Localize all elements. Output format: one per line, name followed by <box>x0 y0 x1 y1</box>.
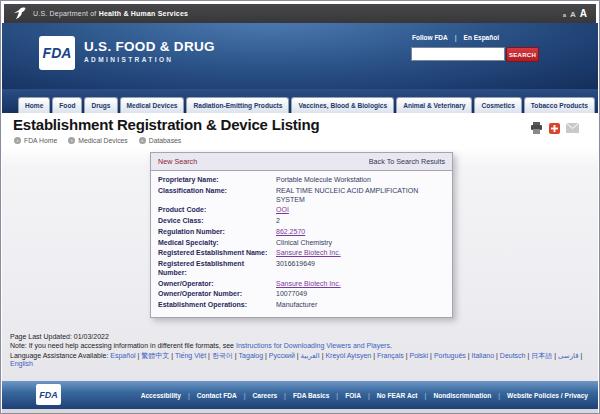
language-item: Kreyòl Ayisyen <box>325 352 377 359</box>
footer-link[interactable]: Careers <box>253 392 278 399</box>
detail-label: Device Class: <box>158 217 276 226</box>
font-size-controls: a A A <box>563 8 587 19</box>
language-item: Italiano <box>472 352 500 359</box>
nav-tab[interactable]: Radiation-Emitting Products <box>186 97 289 113</box>
page-action-icons <box>530 122 579 134</box>
primary-nav: HomeFoodDrugsMedical DevicesRadiation-Em… <box>2 89 598 113</box>
hhs-dept-bold: Health & Human Services <box>99 10 188 17</box>
fda-header: FDA U.S. FOOD & DRUG ADMINISTRATION Foll… <box>2 23 598 89</box>
nav-tab[interactable]: Medical Devices <box>120 97 185 113</box>
font-size-medium-button[interactable]: A <box>570 10 576 19</box>
language-link[interactable]: 한국어 <box>212 352 233 359</box>
footer-link[interactable]: Website Policies / Privacy <box>507 392 588 399</box>
nav-tab[interactable]: Cosmetics <box>474 97 521 113</box>
language-link[interactable]: Tiếng Việt <box>175 352 206 359</box>
breadcrumb-item: FDA Home <box>14 137 57 144</box>
detail-row: Proprietary Name: Portable Molecule Work… <box>158 175 445 186</box>
footer-link[interactable]: Accessibility <box>141 392 181 399</box>
detail-value[interactable]: 862.2570 <box>276 228 445 237</box>
detail-value: Manufacturer <box>276 301 445 310</box>
page-title: Establishment Registration & Device List… <box>13 116 319 133</box>
viewers-players-link[interactable]: Instructions for Downloading Viewers and… <box>236 342 390 349</box>
detail-row: Regulation Number: 862.2570 <box>158 227 445 238</box>
page-last-updated: Page Last Updated: 01/03/2022 <box>10 333 590 341</box>
nav-tab[interactable]: Food <box>52 97 82 113</box>
breadcrumb-link[interactable]: Databases <box>149 137 182 144</box>
language-link[interactable]: العربية <box>301 352 320 359</box>
language-link[interactable]: 日本語 <box>531 352 552 359</box>
language-link[interactable]: Tagalog <box>239 352 264 359</box>
font-size-large-button[interactable]: A <box>580 8 587 19</box>
footer-link-item: No FEAR Act <box>377 392 434 399</box>
language-link[interactable]: فارسی <box>558 352 579 359</box>
detail-row: Medical Specialty: Clinical Chemistry <box>158 238 445 249</box>
detail-row: Device Class: 2 <box>158 216 445 227</box>
nav-tab[interactable]: Drugs <box>84 97 117 113</box>
bottom-strip <box>2 409 598 413</box>
main-content: Establishment Registration & Device List… <box>2 113 598 381</box>
language-item: 한국어 <box>212 352 239 359</box>
note-prefix: Note: If you need help accessing informa… <box>10 342 236 349</box>
language-link[interactable]: Polski <box>409 352 428 359</box>
envelope-icon[interactable] <box>566 123 579 133</box>
language-link[interactable]: Español <box>110 352 135 359</box>
detail-value: Portable Molecule Workstation <box>276 176 445 185</box>
language-link[interactable]: Deutsch <box>500 352 526 359</box>
footer-link[interactable]: FDA Basics <box>293 392 329 399</box>
breadcrumb-link[interactable]: Medical Devices <box>78 137 127 144</box>
breadcrumb-link[interactable]: FDA Home <box>24 137 57 144</box>
language-link[interactable]: Kreyòl Ayisyen <box>325 352 371 359</box>
fda-logo[interactable]: FDA <box>39 36 75 70</box>
language-link[interactable]: Português <box>434 352 466 359</box>
language-item: Français <box>377 352 410 359</box>
hhs-eagle-icon <box>13 7 27 20</box>
footer: FDA AccessibilityContact FDACareersFDA B… <box>2 381 598 409</box>
detail-row: Classification Name: REAL TIME NUCLEIC A… <box>158 186 445 206</box>
detail-value[interactable]: Sansure Biotech Inc. <box>276 249 445 258</box>
footer-link[interactable]: FOIA <box>345 392 361 399</box>
search-button[interactable]: SEARCH <box>506 47 539 62</box>
language-link[interactable]: Italiano <box>472 352 495 359</box>
detail-row: Owner/Operator Number: 10077049 <box>158 289 445 300</box>
printer-icon[interactable] <box>530 122 543 134</box>
follow-fda-link[interactable]: Follow FDA <box>412 34 448 41</box>
language-item: 繁體中文 <box>141 352 175 359</box>
footer-link[interactable]: No FEAR Act <box>377 392 418 399</box>
fda-agency-name: U.S. FOOD & DRUG ADMINISTRATION <box>84 39 215 63</box>
detail-value[interactable]: OOI <box>276 206 445 215</box>
search-input[interactable] <box>411 47 505 61</box>
detail-value[interactable]: Sansure Biotech Inc. <box>276 280 445 289</box>
footer-links: AccessibilityContact FDACareersFDA Basic… <box>141 392 588 399</box>
hhs-dept-prefix: U.S. Department of <box>33 10 99 17</box>
detail-row: Establishment Operations: Manufacturer <box>158 300 445 311</box>
share-plus-icon[interactable] <box>549 123 560 134</box>
language-item: العربية <box>301 352 326 359</box>
language-item: Tagalog <box>239 352 269 359</box>
language-item: Русский <box>269 352 301 359</box>
en-espanol-link[interactable]: En Español <box>464 34 499 41</box>
language-link[interactable]: Français <box>377 352 404 359</box>
detail-row: Owner/Operator: Sansure Biotech Inc. <box>158 279 445 290</box>
hhs-department-link[interactable]: U.S. Department of Health & Human Servic… <box>33 10 188 17</box>
nav-tab[interactable]: Vaccines, Blood & Biologics <box>291 97 394 113</box>
footer-link-item: FOIA <box>345 392 377 399</box>
language-item: Tiếng Việt <box>175 352 212 359</box>
fda-footer-logo[interactable]: FDA <box>36 384 61 405</box>
detail-label: Product Code: <box>158 206 276 215</box>
panel-body: Proprietary Name: Portable Molecule Work… <box>151 171 452 317</box>
font-size-small-button[interactable]: a <box>563 12 566 18</box>
language-assistance: Language Assistance Available: Español繁體… <box>10 352 590 369</box>
language-item: Português <box>434 352 472 359</box>
breadcrumb-item: Medical Devices <box>68 137 127 144</box>
language-link[interactable]: 繁體中文 <box>141 352 169 359</box>
language-link[interactable]: English <box>10 360 33 367</box>
back-to-search-results-link[interactable]: Back To Search Results <box>369 157 445 166</box>
footer-link[interactable]: Nondiscrimination <box>433 392 491 399</box>
nav-tab[interactable]: Home <box>18 97 50 113</box>
footer-link[interactable]: Contact FDA <box>197 392 237 399</box>
breadcrumb: FDA Home Medical Devices Databases <box>14 137 181 144</box>
language-link[interactable]: Русский <box>269 352 295 359</box>
nav-tab[interactable]: Animal & Veterinary <box>396 97 472 113</box>
new-search-link[interactable]: New Search <box>158 157 197 166</box>
nav-tab[interactable]: Tobacco Products <box>524 97 595 113</box>
